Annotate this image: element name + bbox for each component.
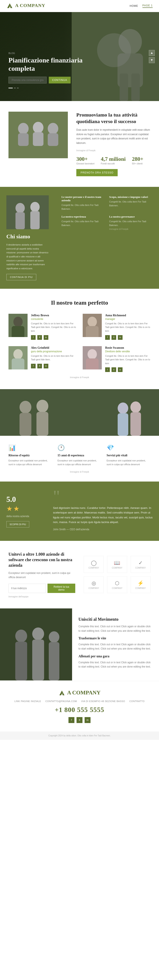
logo-2-icon: ✓ (138, 560, 143, 566)
review-author: John Smith — CEO dell'azienda (53, 528, 153, 531)
hero-dot-1[interactable] (8, 88, 13, 88)
image-banner (0, 389, 159, 436)
software-image-credit: Immagine dell'equipe (8, 595, 75, 598)
review-right: " Sed dignissim lacinia nunc. Curabitur … (47, 482, 159, 541)
star-1: ★ (6, 504, 13, 513)
features-image-credit: Immagine di Freepik (8, 471, 151, 473)
software-logo-3[interactable]: ◎ COMPANY (84, 576, 104, 593)
review-stars: ★ ★ (6, 504, 19, 513)
rosie-name: Rosie Swanson (105, 346, 151, 350)
footer-nav: LINK PAGINE INIZIALE CONTATTO@PAGINA.COM… (14, 700, 145, 703)
hero-cta-button[interactable]: CONTINUA (49, 77, 71, 83)
anna-name: Anna Richmond (105, 314, 151, 317)
software-title: Unitevi a oltre 1.000 aziende di softwar… (8, 551, 75, 568)
review-cta-button[interactable]: SCOPRI DI PIU (6, 521, 29, 528)
hero-dot-3[interactable] (17, 88, 19, 88)
software-cta-button[interactable]: Rettieni la tua demo (48, 584, 75, 593)
footer-twitter-icon[interactable]: X (76, 717, 83, 723)
anna-desc: Congeit Ite. Otis is on lo tem tton.tem … (105, 322, 151, 333)
rosie-facebook-icon[interactable]: f (105, 368, 110, 372)
jeffrey-twitter-icon[interactable]: X (37, 335, 42, 340)
software-logo-0[interactable]: ◯ COMPANY (84, 556, 104, 573)
footer-link-1[interactable]: CONTATTO@PAGINA.COM (45, 700, 77, 703)
footer-logo: A COMPANY (59, 690, 101, 697)
footer-facebook-icon[interactable]: f (68, 717, 75, 723)
hero-arrow-down[interactable]: ▼ (149, 57, 155, 63)
logo-3-label: COMPANY (88, 587, 99, 589)
movimento-subtitle1: Trasformare le vite (78, 636, 153, 640)
jeffrey-facebook-icon[interactable]: f (31, 335, 36, 340)
svg-point-31 (87, 349, 97, 359)
svg-rect-32 (86, 358, 99, 369)
chi-siamo-description: Il desideriamo aiutarla a soddisfare esi… (6, 243, 49, 270)
software-logo-4[interactable]: ⬡ COMPANY (107, 576, 127, 593)
nav-home[interactable]: HOME (130, 5, 138, 7)
logo-5-icon: ⚡ (137, 580, 144, 586)
svg-rect-36 (19, 413, 31, 436)
jeffrey-desc: Congeit Ite. Otis is on lo tem tton.tem … (31, 322, 76, 333)
chi-siamo-item-0: Le nostre persone e il nostro team azien… (62, 195, 105, 211)
jeffrey-linkedin-icon[interactable]: in (44, 335, 48, 340)
chi-siamo-item-1: Scopo, missione e impegno valori Congeti… (109, 195, 153, 211)
anna-linkedin-icon[interactable]: in (118, 335, 122, 340)
chi-siamo-heading: Chi siamo (6, 234, 49, 240)
hero-dot-2[interactable] (14, 88, 16, 88)
hero-arrows: ▲ ▼ (149, 50, 155, 63)
movimento-subdesc1: Complete this text. Click out or in text… (78, 642, 153, 651)
features-grid: 📊 Ritorno d'equità Excepteur sint cupida… (8, 444, 151, 466)
anna-twitter-icon[interactable]: X (111, 335, 116, 340)
svg-rect-12 (33, 132, 43, 146)
jeffrey-role: consulente (31, 318, 76, 321)
software-email-input[interactable] (8, 584, 46, 593)
software-description: Excepteur sint cupidatat non proident, s… (8, 571, 75, 580)
svg-point-2 (119, 29, 142, 54)
software-logo-2[interactable]: ✓ COMPANY (130, 556, 151, 573)
chi-siamo-cta-button[interactable]: CONTINUA DI PIU (6, 274, 36, 280)
svg-rect-4 (119, 73, 128, 101)
svg-rect-42 (130, 412, 141, 436)
experience-icon: 🕐 (57, 444, 101, 451)
hero-arrow-up[interactable]: ▲ (149, 50, 155, 56)
alex-twitter-icon[interactable]: X (37, 364, 42, 368)
movimento-section: Unisciti al Movimento Complete this text… (0, 608, 159, 681)
nav-page1[interactable]: PAGE 1 (143, 4, 153, 8)
rosie-twitter-icon[interactable]: X (111, 368, 116, 372)
team-member-alex: Alex Grinfield guru della programmazione… (8, 346, 76, 372)
review-quote-text: Sed dignissim lacinia nunc. Curabitur to… (53, 506, 153, 524)
services-icon: 💎 (107, 444, 151, 451)
promo-cta-button[interactable]: PRENOTA ORA STESSO (76, 169, 118, 176)
footer-link-3[interactable]: CONTRATTO (129, 700, 145, 703)
alex-name: Alex Grinfield (31, 346, 76, 350)
footer-link-2[interactable]: VIA DI ESEMPIO 48 SEZIONE BASSO (81, 700, 125, 703)
software-left: Unitevi a oltre 1.000 aziende di softwar… (8, 551, 75, 598)
software-logo-5[interactable]: ⚡ COMPANY (130, 576, 151, 593)
software-logo-1[interactable]: 📖 COMPANY (107, 556, 127, 573)
svg-rect-0 (72, 12, 159, 101)
main-nav: HOME PAGE 1 (130, 4, 153, 8)
feature-equity: 📊 Ritorno d'equità Excepteur sint cupida… (8, 444, 52, 466)
promo-title: Promuoviamo la tua attività quotidiana v… (76, 111, 151, 125)
alex-facebook-icon[interactable]: f (31, 364, 36, 368)
svg-rect-14 (48, 133, 58, 146)
hero-content: BLOG Pianificazione finanziaria completa… (8, 52, 83, 88)
feature-services-title: Servizi più vitali (107, 454, 151, 457)
movimento-image (0, 608, 72, 681)
chi-siamo-image (6, 195, 49, 229)
logo-1-label: COMPANY (112, 567, 122, 569)
rosie-linkedin-icon[interactable]: in (118, 368, 122, 372)
footer-instagram-icon[interactable]: in (84, 717, 91, 723)
footer-phone: +1 800 555 5555 (55, 706, 104, 714)
logo-4-label: COMPANY (112, 587, 122, 589)
logo-1-icon: 📖 (114, 560, 120, 566)
footer-link-0[interactable]: LINK PAGINE INIZIALE (14, 700, 41, 703)
software-logos: ◯ COMPANY 📖 COMPANY ✓ COMPANY ◎ COMPANY … (84, 556, 151, 593)
rosie-role: Direttore delle vendite (105, 350, 151, 353)
hero-email-input[interactable] (8, 77, 47, 83)
stat-clients: 280+ 50+ clienti (132, 156, 143, 165)
svg-rect-29 (12, 358, 24, 369)
svg-rect-38 (37, 412, 48, 436)
anna-facebook-icon[interactable]: f (105, 335, 110, 340)
alex-linkedin-icon[interactable]: in (44, 364, 48, 368)
svg-rect-51 (0, 608, 72, 681)
team-section-title: Il nostro team perfetto (8, 299, 151, 306)
